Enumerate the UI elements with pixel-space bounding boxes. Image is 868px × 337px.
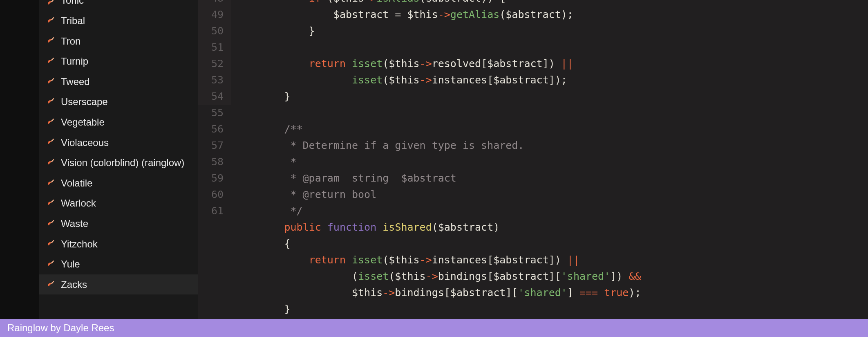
palette-icon	[46, 118, 55, 127]
code-editor[interactable]: 4849505152535455565758596061 if ($this->…	[198, 0, 868, 319]
code-line[interactable]: }	[235, 301, 868, 317]
code-line[interactable]	[235, 39, 868, 56]
code-line[interactable]: public function isShared($abstract)	[235, 219, 868, 236]
code-line[interactable]: isset($this->instances[$abstract]);	[235, 72, 868, 88]
palette-icon	[46, 260, 55, 269]
theme-item[interactable]: Volatile	[39, 173, 198, 193]
theme-item[interactable]: Waste	[39, 213, 198, 234]
code-line[interactable]: $this->bindings[$abstract]['shared'] ===…	[235, 285, 868, 301]
code-line[interactable]: * @return bool	[235, 186, 868, 203]
palette-icon	[46, 77, 55, 86]
code-line[interactable]: }	[235, 23, 868, 39]
code-line[interactable]: (isset($this->bindings[$abstract]['share…	[235, 268, 868, 285]
sidebar: TonicTribalTronTurnipTweedUserscapeVeget…	[0, 0, 198, 319]
code-line[interactable]: }	[235, 88, 868, 105]
theme-item[interactable]: Zacks	[39, 274, 198, 295]
palette-icon	[46, 16, 55, 25]
palette-icon	[46, 280, 55, 289]
code-line[interactable]: $abstract = $this->getAlias($abstract);	[235, 7, 868, 23]
theme-item[interactable]: Vision (colorblind) (rainglow)	[39, 153, 198, 173]
theme-label: Zacks	[61, 278, 87, 292]
theme-item[interactable]: Warlock	[39, 193, 198, 213]
code-line[interactable]: *	[235, 154, 868, 170]
theme-label: Warlock	[61, 196, 96, 210]
palette-icon	[46, 0, 55, 7]
theme-label: Turnip	[61, 54, 88, 68]
theme-item[interactable]: Vegetable	[39, 112, 198, 133]
code-area[interactable]: if ($this->isAlias($abstract)) { $abstra…	[231, 0, 868, 319]
theme-label: Tribal	[61, 14, 85, 28]
theme-item[interactable]: Violaceous	[39, 133, 198, 153]
theme-label: Yitzchok	[61, 237, 98, 251]
code-line[interactable]: /**	[235, 121, 868, 137]
theme-item[interactable]: Tweed	[39, 72, 198, 92]
theme-item[interactable]: Tonic	[39, 0, 198, 11]
palette-icon	[46, 239, 55, 248]
theme-item[interactable]: Turnip	[39, 51, 198, 72]
code-line[interactable]: * Determine if a given type is shared.	[235, 137, 868, 154]
code-line[interactable]: if ($this->isAlias($abstract)) {	[235, 0, 868, 7]
theme-item[interactable]: Tribal	[39, 11, 198, 31]
theme-label: Violaceous	[61, 136, 109, 150]
code-line[interactable]: return isset($this->instances[$abstract]…	[235, 252, 868, 268]
theme-label: Tron	[61, 34, 81, 48]
palette-icon	[46, 57, 55, 66]
sidebar-bottom-gap	[39, 303, 198, 319]
theme-label: Volatile	[61, 176, 92, 190]
code-line[interactable]: * @param string $abstract	[235, 170, 868, 186]
code-line[interactable]	[235, 105, 868, 121]
theme-label: Yule	[61, 257, 80, 271]
theme-label: Tweed	[61, 75, 90, 89]
theme-item[interactable]: Yitzchok	[39, 234, 198, 254]
palette-icon	[46, 179, 55, 188]
code-line[interactable]: {	[235, 236, 868, 252]
theme-label: Vegetable	[61, 115, 105, 129]
palette-icon	[46, 36, 55, 45]
code-line[interactable]: return isset($this->resolved[$abstract])…	[235, 56, 868, 72]
theme-item[interactable]: Tron	[39, 31, 198, 52]
theme-label: Waste	[61, 217, 88, 231]
palette-icon	[46, 199, 55, 208]
theme-label: Tonic	[61, 0, 84, 7]
code-line[interactable]: */	[235, 203, 868, 219]
theme-item[interactable]: Yule	[39, 254, 198, 274]
theme-label: Userscape	[61, 95, 108, 109]
palette-icon	[46, 158, 55, 167]
theme-label: Vision (colorblind) (rainglow)	[61, 156, 184, 170]
palette-icon	[46, 97, 55, 106]
palette-icon	[46, 219, 55, 228]
theme-item[interactable]: Userscape	[39, 92, 198, 112]
palette-icon	[46, 138, 55, 147]
status-bar: Rainglow by Dayle Rees	[0, 319, 868, 337]
status-text: Rainglow by Dayle Rees	[7, 322, 114, 334]
line-gutter: 4849505152535455565758596061	[198, 0, 231, 319]
